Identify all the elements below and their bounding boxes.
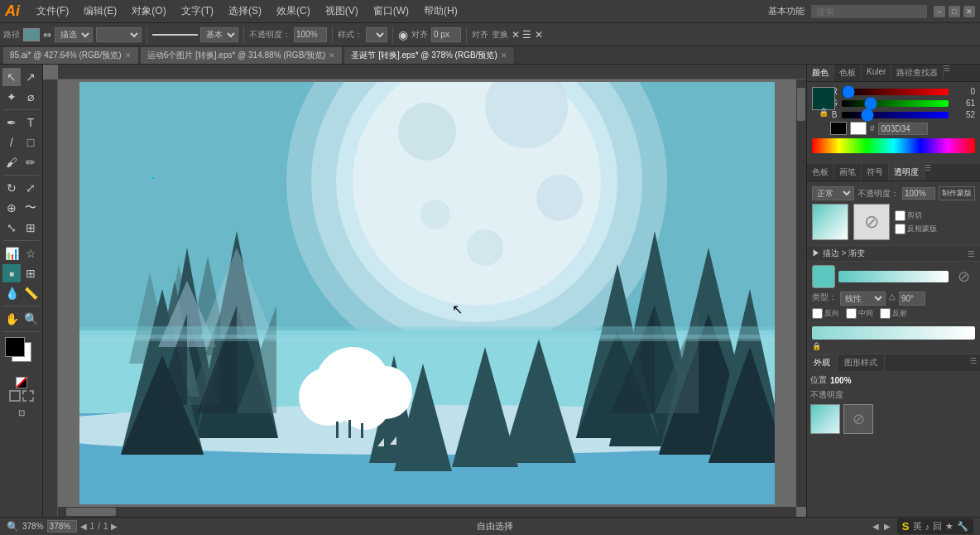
menu-view[interactable]: 视图(V): [322, 2, 362, 20]
zoom-tool[interactable]: 🔍: [22, 310, 40, 328]
gradient-panel-collapse[interactable]: ☰: [968, 249, 975, 258]
appearance-menu-icon[interactable]: ☰: [967, 354, 980, 371]
panel-menu-icon[interactable]: ☰: [944, 65, 950, 81]
eyedropper-tool[interactable]: 💧: [2, 284, 21, 302]
normal-mode[interactable]: [9, 390, 21, 402]
taskbar-music[interactable]: ♪: [925, 522, 930, 532]
rotate-tool[interactable]: ↻: [2, 179, 21, 197]
lasso-tool[interactable]: ⌀: [22, 88, 40, 106]
pen-tool[interactable]: ✒: [2, 113, 21, 132]
scroll-right-btn[interactable]: ▶: [884, 522, 891, 531]
menu-object[interactable]: 对象(O): [128, 2, 169, 20]
brushes-tab[interactable]: 画笔: [834, 164, 862, 181]
clip-checkbox[interactable]: [895, 210, 906, 221]
canvas-area[interactable]: ↖: [43, 65, 806, 517]
scroll-left-btn[interactable]: ◀: [872, 522, 879, 531]
zoom-input[interactable]: [47, 520, 77, 533]
stroke-width-select[interactable]: [96, 27, 142, 42]
style-select[interactable]: [366, 27, 387, 42]
type-tool[interactable]: T: [22, 113, 40, 132]
tab-2[interactable]: 运动6个图片 [转换].eps* @ 314.88% (RGB/预览) ✕: [141, 47, 343, 64]
stroke-style-select[interactable]: 描选: [55, 27, 93, 42]
g-slider[interactable]: [842, 100, 949, 107]
hex-input[interactable]: [878, 123, 928, 135]
panel-expand-arrow[interactable]: ▶: [812, 248, 820, 258]
gradient-type-select[interactable]: 线性: [840, 292, 886, 306]
select-tool[interactable]: ↖: [2, 68, 21, 86]
reflect-checkbox[interactable]: [880, 308, 891, 319]
shape-builder-tool[interactable]: ⊞: [22, 219, 40, 237]
next-page-btn[interactable]: ▶: [111, 522, 118, 531]
shape-tool[interactable]: □: [22, 133, 40, 152]
search-input[interactable]: [811, 5, 927, 18]
gradient-stop-1[interactable]: [812, 265, 835, 288]
warp-tool[interactable]: 〜: [22, 199, 40, 217]
menu-help[interactable]: 帮助(H): [420, 2, 461, 20]
color-tab[interactable]: 颜色: [807, 65, 834, 81]
r-slider[interactable]: [842, 89, 949, 95]
taskbar-screen[interactable]: 回: [933, 520, 942, 533]
tab-3-close[interactable]: ✕: [501, 51, 507, 60]
blend-mode-select[interactable]: 正常: [812, 186, 854, 200]
kuler-tab[interactable]: Kuler: [862, 65, 891, 81]
menu-edit[interactable]: 编辑(E): [80, 2, 120, 20]
path-tab[interactable]: 路径查找器: [891, 65, 944, 81]
middle-checkbox[interactable]: [846, 308, 857, 319]
gradient-tool[interactable]: ■: [2, 264, 21, 282]
hand-tool[interactable]: ✋: [2, 310, 21, 328]
maximize-button[interactable]: □: [949, 6, 960, 17]
none-icon[interactable]: [16, 377, 27, 388]
make-mask-btn[interactable]: 制作蒙版: [939, 186, 975, 200]
taskbar-settings[interactable]: 🔧: [957, 521, 968, 532]
color-swatch[interactable]: [812, 87, 835, 110]
reverse-checkbox[interactable]: [812, 308, 823, 319]
opacity-input[interactable]: [294, 27, 327, 42]
graph-tool[interactable]: 📊: [2, 244, 21, 263]
prev-page-btn[interactable]: ◀: [80, 522, 87, 531]
canvas-content[interactable]: ↖: [58, 80, 796, 507]
measure-tool[interactable]: 📏: [22, 284, 40, 302]
align-input[interactable]: [431, 27, 461, 42]
symbols-tab[interactable]: 符号: [862, 164, 889, 181]
angle-input[interactable]: [899, 292, 925, 306]
menu-text[interactable]: 文字(T): [178, 2, 217, 20]
tab-2-close[interactable]: ✕: [329, 51, 335, 60]
scrollbar-vertical[interactable]: [796, 80, 806, 507]
foreground-color[interactable]: [5, 337, 25, 357]
scroll-thumb-horizontal[interactable]: [66, 508, 116, 516]
graphic-styles-tab[interactable]: 图形样式: [838, 354, 885, 371]
gradient-bar-preview[interactable]: [838, 271, 949, 282]
taskbar-s[interactable]: S: [902, 520, 910, 533]
mesh-tool[interactable]: ⊞: [22, 264, 40, 282]
menu-file[interactable]: 文件(F): [33, 2, 72, 20]
symbol-tool[interactable]: ☆: [22, 244, 40, 263]
transp-menu-icon[interactable]: ☰: [925, 164, 931, 181]
taskbar-lang[interactable]: 英: [913, 520, 922, 533]
opacity-transp-input[interactable]: [902, 187, 935, 200]
width-tool[interactable]: ⊕: [2, 199, 21, 217]
invert-checkbox[interactable]: [895, 224, 906, 234]
artboard-tool[interactable]: ⊡: [12, 403, 31, 422]
b-slider[interactable]: [842, 112, 949, 118]
swatches-tab2[interactable]: 色板: [807, 164, 834, 181]
stroke-color-box[interactable]: [23, 28, 40, 41]
transparency-tab[interactable]: 透明度: [889, 164, 925, 181]
scale-tool[interactable]: ⤢: [22, 179, 40, 197]
color-spectrum[interactable]: [812, 138, 975, 153]
swatches-tab[interactable]: 色板: [834, 65, 862, 81]
scroll-thumb-vertical[interactable]: [797, 88, 805, 121]
free-transform-tool[interactable]: ⤡: [2, 219, 21, 237]
pencil-tool[interactable]: ✏: [22, 153, 40, 171]
taskbar-star[interactable]: ★: [945, 521, 954, 532]
full-screen-mode[interactable]: [22, 390, 34, 402]
direct-select-tool[interactable]: ↗: [22, 68, 40, 86]
appearance-tab[interactable]: 外观: [807, 354, 838, 371]
menu-effect[interactable]: 效果(C): [273, 2, 314, 20]
tab-1-close[interactable]: ✕: [125, 51, 132, 60]
tab-3[interactable]: 圣诞节 [转换].eps* @ 378% (RGB/预览) ✕: [344, 47, 514, 64]
scrollbar-horizontal[interactable]: [58, 507, 796, 517]
paintbrush-tool[interactable]: 🖌: [2, 153, 21, 171]
menu-window[interactable]: 窗口(W): [370, 2, 412, 20]
menu-select[interactable]: 选择(S): [225, 2, 265, 20]
minimize-button[interactable]: –: [934, 6, 945, 17]
